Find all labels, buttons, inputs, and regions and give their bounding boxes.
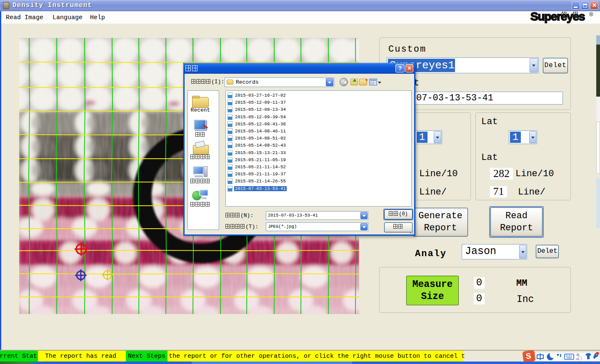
svg-text:Supereyes: Supereyes bbox=[530, 11, 585, 23]
svg-text:®: ® bbox=[589, 11, 593, 17]
